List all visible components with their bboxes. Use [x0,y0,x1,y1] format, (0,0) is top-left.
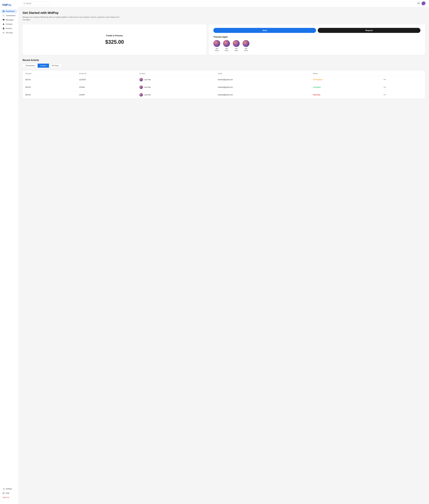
svg-point-11 [24,3,25,4]
svg-point-8 [3,32,4,33]
row-invoice-id: 123444 [76,91,137,99]
arrows-icon [3,15,5,17]
page-title: Get Started with MidPay [23,11,425,15]
contact-name-2: WillHarris [225,48,229,52]
funds-label: Funds in Process [106,35,123,37]
row-more-button[interactable]: ••• [383,78,387,81]
nav-menu: Dashboard Transactions Messages Contacts [0,9,18,486]
svg-rect-3 [4,11,4,12]
svg-rect-2 [3,11,3,12]
contact-avatar-4 [242,40,249,47]
app-logo: MidPay [0,2,18,9]
svg-rect-1 [4,10,4,11]
col-invoice-id: Invoice ID [76,71,137,76]
request-button[interactable]: Request [318,28,420,33]
row-amount: $24.00 [23,76,76,83]
contact-name-1: WillHarris [215,48,219,52]
grid-icon [3,10,5,12]
help-icon: ? [3,492,5,494]
document-icon [3,27,5,29]
row-email: hanluis@gmail.com [215,83,310,91]
transact-contact-1[interactable]: WillHarris [213,40,220,52]
invoices-table: Amount Invoice ID Contact Email Status $… [23,71,425,98]
transact-contact-3[interactable]: WillHarris [233,40,240,52]
transact-contacts: WillHarris WillHarris WillHarris [213,40,420,52]
row-email: hanluis@gmail.com [215,76,310,83]
contact-avatar-1 [213,40,220,47]
funds-card: Funds in Process $325.00 [23,25,206,55]
page-subtitle: Manage your business effortlessly with o… [23,16,123,21]
svg-text:?: ? [3,493,4,494]
notification-bell-icon[interactable] [417,2,420,5]
row-actions: ••• [380,91,425,99]
tab-api-keys[interactable]: API Keys [49,64,61,68]
search-box[interactable] [22,1,51,5]
transact-again-label: Transact Again [213,36,420,38]
row-contact: Luis Han [137,83,215,91]
col-amount: Amount [23,71,76,76]
page-content: Get Started with MidPay Manage your busi… [18,7,429,103]
transact-contact-2[interactable]: WillHarris [223,40,230,52]
col-email: Email [215,71,310,76]
row-status: Complete [310,83,380,91]
row-more-button[interactable]: ••• [383,93,387,96]
contact-avatar-3 [233,40,240,47]
table-row: $24.00 123444 Luis Han hanluis@gmail.com [23,91,425,99]
settings-icon [3,488,5,490]
transact-contact-4[interactable]: WillHarris [242,40,249,52]
search-input[interactable] [26,2,49,4]
sign-out-button[interactable]: Sign Out [1,495,17,499]
row-amount: $24.00 [23,91,76,99]
main-content: Get Started with MidPay Manage your busi… [18,0,429,504]
sidebar-item-dashboard[interactable]: Dashboard [1,9,17,13]
svg-rect-5 [3,28,4,28]
person-icon [3,23,5,25]
header [18,0,429,7]
col-status: Status [310,71,380,76]
sidebar-item-messages[interactable]: Messages [1,18,17,22]
send-button[interactable]: Send [213,28,316,33]
col-contact: Contact [137,71,215,76]
chat-icon [3,19,5,21]
sidebar-item-api-keys[interactable]: API Keys [1,31,17,35]
sidebar-item-transactions[interactable]: Transactions [1,14,17,18]
search-icon [24,3,25,4]
row-invoice-id: 123444 [76,83,137,91]
sidebar-bottom: Settings ? Help Sign Out [0,486,18,502]
activity-tabs: Transactions Invoices API Keys [23,63,62,68]
row-status: In Progress [310,76,380,83]
recent-activity-title: Recent Activity [23,59,425,62]
row-more-button[interactable]: ••• [383,86,387,89]
table-body: $24.00 1223333 Luis Han hanluis@gmail.co… [23,76,425,99]
cards-row: Funds in Process $325.00 Send Request Tr… [23,25,425,55]
col-actions [380,71,425,76]
row-contact-avatar [139,93,143,97]
sidebar-item-contacts[interactable]: Contacts [1,22,17,26]
key-icon [3,32,5,34]
sidebar-item-settings[interactable]: Settings [1,487,17,491]
transact-buttons: Send Request [213,28,420,33]
row-email: hanluis@gmail.com [215,91,310,99]
tab-invoices[interactable]: Invoices [38,64,49,68]
sidebar-item-help[interactable]: ? Help [1,491,17,495]
tab-transactions[interactable]: Transactions [23,64,38,68]
table-row: $24.00 123444 Luis Han hanluis@gmail.com [23,83,425,91]
row-amount: $24.00 [23,83,76,91]
contact-name-4: WillHarris [244,48,248,52]
row-contact: Luis Han [137,76,215,83]
contact-name-3: WillHarris [234,48,238,52]
recent-activity-section: Recent Activity Transactions Invoices AP… [23,59,425,98]
invoices-table-wrapper: Amount Invoice ID Contact Email Status $… [23,71,425,98]
sidebar-item-invoices[interactable]: Invoices [1,27,17,30]
row-contact: Luis Han [137,91,215,99]
svg-rect-0 [3,10,3,11]
table-header: Amount Invoice ID Contact Email Status [23,71,425,76]
table-row: $24.00 1223333 Luis Han hanluis@gmail.co… [23,76,425,83]
header-right [417,1,426,5]
row-contact-avatar [139,78,143,81]
user-avatar[interactable] [421,1,426,5]
row-actions: ••• [380,83,425,91]
contact-avatar-2 [223,40,230,47]
row-contact-avatar [139,86,143,89]
row-status: Past Due [310,91,380,99]
